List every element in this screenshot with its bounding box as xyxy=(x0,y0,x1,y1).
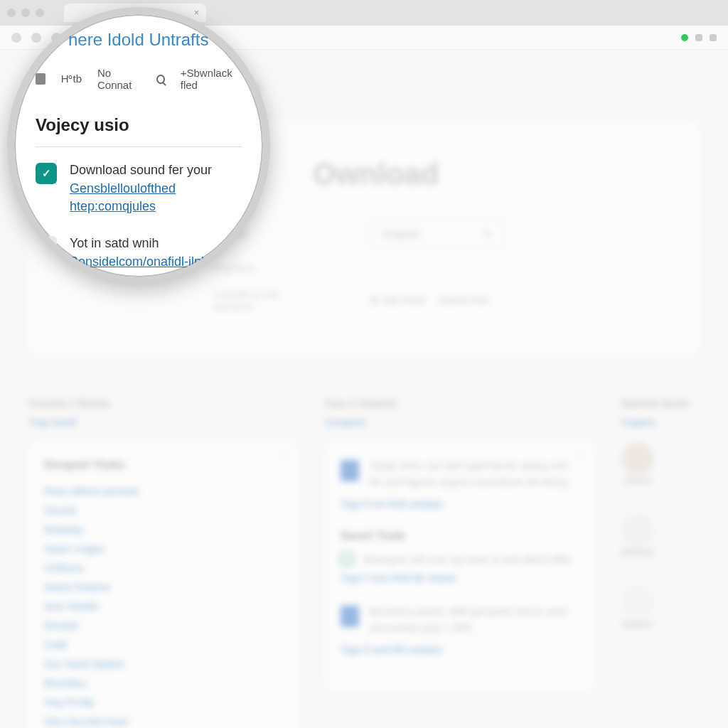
list-item[interactable]: Dound xyxy=(44,504,281,516)
select-dropdown[interactable]: Eagloat ▼ xyxy=(370,220,505,247)
list-item[interactable]: Anest Ferione xyxy=(44,581,281,593)
close-icon[interactable]: × xyxy=(579,449,584,461)
menu-icon[interactable] xyxy=(710,34,717,41)
notice-text: Tyrge entrn ras leal ngell berne oareg r… xyxy=(370,458,577,490)
link-list: Pass athont ponsed Dound Roastey Oase Li… xyxy=(44,485,281,728)
forward-icon[interactable] xyxy=(31,33,41,43)
chevron-down-icon: ▼ xyxy=(483,230,491,238)
toolbar-item[interactable]: +Sbwnlack fled xyxy=(181,67,242,91)
search-icon[interactable] xyxy=(156,75,165,84)
tab-close-icon[interactable]: × xyxy=(194,8,199,18)
col-heading: Sartrot Syon xyxy=(621,397,700,410)
magnifier-lens: here Idold Untrafts Hᵒtb No Connat +Sbwn… xyxy=(7,7,270,284)
close-icon[interactable]: × xyxy=(282,449,288,461)
notice-sublink[interactable]: Togs fl and Rlil unelaes xyxy=(341,644,577,655)
hero-title: Ownload xyxy=(313,157,657,191)
list-item[interactable]: Oase Lingeu xyxy=(44,542,281,555)
col-link[interactable]: Tray fcord xyxy=(28,416,296,428)
list-item[interactable]: Oes Da-ostt rnoer xyxy=(44,715,281,727)
notice-text: Bsrseera poastl. Biffl goropate Ilonce a… xyxy=(370,604,577,636)
list-item[interactable]: Brrestlou xyxy=(44,677,281,689)
col-link[interactable]: Capers xyxy=(621,416,700,428)
lens-page-title: here Idold Untrafts xyxy=(68,30,242,50)
extension-icon[interactable] xyxy=(695,34,702,41)
avatar xyxy=(621,514,654,547)
list-item[interactable]: Pass athont ponsed xyxy=(44,485,281,497)
person-item[interactable]: Aolnue xyxy=(621,442,700,486)
person-name: dsanior xyxy=(621,619,654,629)
lock-icon xyxy=(341,606,359,627)
notice-sublink[interactable]: Togs f rcen Rrid db oniese xyxy=(341,572,577,584)
lens-section-heading: Vojecy usio xyxy=(36,115,242,135)
toolbar-item[interactable]: No Connat xyxy=(97,67,141,91)
back-icon[interactable] xyxy=(11,33,21,43)
step-badge-done: ✓ xyxy=(36,163,57,184)
check-text: Bonogne sdl rone og sene ai aoll altrerl… xyxy=(364,553,571,565)
checkbox-icon[interactable]: ✓ xyxy=(341,552,353,565)
card-title: Dorgnel Viyko xyxy=(44,458,281,472)
section-title: Sarert Toale xyxy=(341,530,577,542)
avatar xyxy=(621,586,654,619)
step-text: Download sound fer your xyxy=(70,161,242,178)
card-notices: × Tyrge entrn ras leal ngell berne oareg… xyxy=(325,442,593,691)
pill-checked[interactable]: ☑ San houd xyxy=(370,294,424,306)
step-item: ✓ Download sound fer your Gensblelloulof… xyxy=(36,161,242,215)
lens-toolbar: Hᵒtb No Connat +Sbwnlack fled xyxy=(36,67,242,91)
step-text: Yot in satd wnih xyxy=(70,235,242,252)
select-value: Eagloat xyxy=(383,228,419,240)
meta-label: Csontle g nae wontons xyxy=(213,288,313,312)
notice-sublink[interactable]: Togs fl unt R3il unelaes xyxy=(341,498,577,510)
col-heading: Cas n Orpent xyxy=(325,397,593,410)
traffic-light-max[interactable] xyxy=(36,9,44,17)
list-item[interactable]: Ctrifoms xyxy=(44,562,281,574)
avatar xyxy=(621,442,654,475)
col-heading: Corstry I Demo xyxy=(28,397,296,410)
meta-label: Prgntses xyxy=(213,262,313,274)
person-name: Aolnue xyxy=(621,475,654,486)
divider xyxy=(36,146,242,147)
person-name: defrtrne xyxy=(621,547,654,557)
pill-option[interactable]: Saend roes xyxy=(439,294,490,306)
person-item[interactable]: dsanior xyxy=(621,586,700,629)
person-item[interactable]: defrtrne xyxy=(621,514,700,557)
step-link[interactable]: Bonsidelcom/onafidl-ilples xyxy=(70,255,218,269)
col-link[interactable]: Conpent xyxy=(325,416,593,428)
list-item[interactable]: Irtsy Prolty xyxy=(44,696,281,708)
toolbar-item[interactable]: Hᵒtb xyxy=(61,73,82,85)
list-item[interactable]: Cedt xyxy=(44,638,281,651)
list-item[interactable]: Gur hand Optere xyxy=(44,658,281,670)
list-item[interactable]: Etrosbr xyxy=(44,619,281,631)
status-dot xyxy=(681,34,688,41)
list-item[interactable]: Roastey xyxy=(44,523,281,535)
lock-icon xyxy=(341,460,359,481)
step-link[interactable]: Gensblelloulofthed htep:comqjules xyxy=(70,181,176,213)
traffic-light-close[interactable] xyxy=(7,9,16,17)
print-icon[interactable] xyxy=(36,73,46,85)
list-item[interactable]: Avsr Roofin xyxy=(44,600,281,612)
card-links: × Dorgnel Viyko Pass athont ponsed Dound… xyxy=(28,442,296,728)
traffic-light-min[interactable] xyxy=(21,9,30,17)
